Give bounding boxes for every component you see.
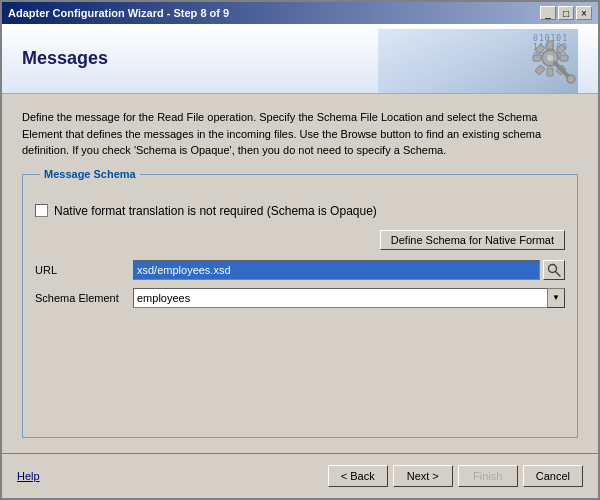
url-row: URL [35,260,565,280]
svg-rect-2 [547,41,553,49]
title-bar-buttons: _ □ × [540,6,592,20]
help-button[interactable]: Help [17,470,40,482]
gear-icon [523,31,578,86]
main-window: Adapter Configuration Wizard - Step 8 of… [0,0,600,500]
back-button[interactable]: < Back [328,465,388,487]
footer-left: Help [17,469,40,483]
svg-rect-8 [535,65,545,75]
group-box-title: Message Schema [40,168,140,180]
schema-element-input-container: employees ▼ [133,288,565,308]
schema-element-select-container: employees ▼ [133,288,565,308]
define-schema-btn-container: Define Schema for Native Format [35,230,565,250]
next-button[interactable]: Next > [393,465,453,487]
svg-rect-5 [560,55,568,61]
cancel-button[interactable]: Cancel [523,465,583,487]
svg-point-1 [547,55,553,61]
native-format-row: Native format translation is not require… [35,204,565,218]
maximize-button[interactable]: □ [558,6,574,20]
native-format-checkbox[interactable] [35,204,48,217]
message-schema-group: Message Schema Native format translation… [22,174,578,439]
group-content: Native format translation is not require… [35,204,565,308]
finish-button[interactable]: Finish [458,465,518,487]
define-schema-button[interactable]: Define Schema for Native Format [380,230,565,250]
url-label: URL [35,264,125,276]
schema-element-label: Schema Element [35,292,125,304]
header-banner: Messages 010101110100001011 [2,24,598,94]
page-title: Messages [22,48,108,69]
schema-element-select[interactable]: employees [133,288,565,308]
svg-rect-3 [547,68,553,76]
close-button[interactable]: × [576,6,592,20]
minimize-button[interactable]: _ [540,6,556,20]
url-input-container [133,260,565,280]
title-bar: Adapter Configuration Wizard - Step 8 of… [2,2,598,24]
schema-element-row: Schema Element employees ▼ [35,288,565,308]
header-icon-area: 010101110100001011 [498,29,578,89]
svg-line-13 [556,271,561,276]
footer: Help < Back Next > Finish Cancel [2,453,598,498]
browse-button[interactable] [543,260,565,280]
description-text: Define the message for the Read File ope… [22,109,578,159]
content-area: Define the message for the Read File ope… [2,94,598,453]
window-title: Adapter Configuration Wizard - Step 8 of… [8,7,229,19]
native-format-label: Native format translation is not require… [54,204,377,218]
url-input[interactable] [133,260,540,280]
footer-right: < Back Next > Finish Cancel [311,465,583,487]
search-icon [547,263,561,277]
svg-point-11 [567,75,575,83]
svg-rect-4 [533,55,541,61]
svg-rect-7 [556,44,566,54]
